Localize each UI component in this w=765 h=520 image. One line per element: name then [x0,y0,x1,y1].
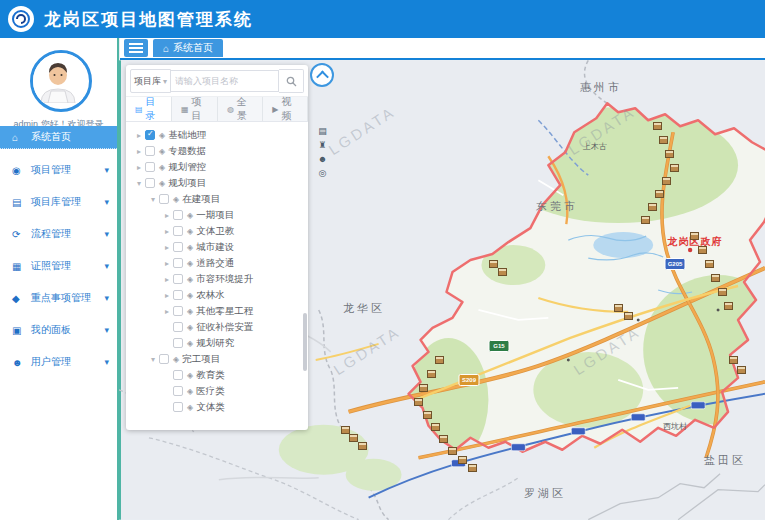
tree-node[interactable]: ◈文体类 [126,399,308,415]
tree-expand-icon[interactable]: ▸ [134,163,144,172]
tree-checkbox[interactable] [145,178,155,188]
photo-marker[interactable] [423,411,432,419]
tree-node[interactable]: ▸◈基础地理 [126,127,308,143]
photo-marker[interactable] [427,370,436,378]
sidebar-item-project-lib[interactable]: ▤项目库管理▾ [0,191,117,213]
tree-checkbox[interactable] [173,242,183,252]
photo-marker[interactable] [641,216,650,224]
tree-expand-icon[interactable]: ▸ [162,227,172,236]
tree-expand-icon[interactable]: ▾ [148,195,158,204]
photo-marker[interactable] [670,164,679,172]
tree-node[interactable]: ▸◈文体卫教 [126,223,308,239]
panel-collapse-button[interactable] [310,63,334,87]
tree-checkbox[interactable] [173,338,183,348]
photo-marker[interactable] [705,260,714,268]
photo-marker[interactable] [468,464,477,472]
photo-marker[interactable] [414,398,423,406]
photo-marker[interactable] [729,356,738,364]
tree-node[interactable]: ▸◈城市建设 [126,239,308,255]
tree-expand-icon[interactable]: ▸ [162,291,172,300]
tree-node[interactable]: ▾◈规划项目 [126,175,308,191]
photo-marker[interactable] [358,442,367,450]
tree-checkbox[interactable] [145,130,155,140]
photo-marker[interactable] [624,312,633,320]
search-input[interactable] [171,70,279,92]
basemap-icon[interactable]: ▤ [317,126,328,137]
tree-checkbox[interactable] [173,290,183,300]
panel-tab-video[interactable]: ▶视频 [263,97,308,121]
tree-expand-icon[interactable]: ▸ [134,131,144,140]
photo-marker[interactable] [341,426,350,434]
tree-expand-icon[interactable]: ▸ [162,307,172,316]
tree-scrollbar[interactable] [303,313,307,371]
tree-expand-icon[interactable]: ▸ [134,147,144,156]
sidebar-item-system-home[interactable]: ⌂系统首页 [0,126,117,149]
tab-system-home[interactable]: ⌂ 系统首页 [153,39,223,57]
photo-marker[interactable] [711,274,720,282]
sidebar-item-user[interactable]: ☻用户管理▾ [0,351,117,373]
photo-marker[interactable] [662,177,671,185]
info-icon[interactable]: ◎ [317,168,328,179]
tree-checkbox[interactable] [173,306,183,316]
tree-node[interactable]: ▸◈规划管控 [126,159,308,175]
tree-checkbox[interactable] [173,322,183,332]
tree-expand-icon[interactable]: ▸ [162,211,172,220]
photo-marker[interactable] [648,203,657,211]
photo-marker[interactable] [653,122,662,130]
tree-checkbox[interactable] [173,386,183,396]
tree-node[interactable]: ▸◈其他零星工程 [126,303,308,319]
hamburger-menu-icon[interactable] [124,39,148,57]
tree-expand-icon[interactable]: ▸ [162,275,172,284]
tree-node[interactable]: ◈征收补偿安置 [126,319,308,335]
people-icon[interactable]: ☻ [317,154,328,165]
photo-marker[interactable] [439,435,448,443]
photo-marker[interactable] [498,268,507,276]
photo-marker[interactable] [659,136,668,144]
tree-node[interactable]: ◈教育类 [126,367,308,383]
tree-checkbox[interactable] [159,194,169,204]
tree-node[interactable]: ◈医疗类 [126,383,308,399]
building-icon[interactable]: ♜ [317,140,328,151]
tree-checkbox[interactable] [173,210,183,220]
panel-tab-panorama[interactable]: ◍全景 [218,97,263,121]
tree-expand-icon[interactable]: ▸ [162,243,172,252]
photo-marker[interactable] [737,366,746,374]
photo-marker[interactable] [690,232,699,240]
photo-marker[interactable] [448,447,457,455]
panel-tab-project[interactable]: ▦项目 [172,97,218,121]
photo-marker[interactable] [724,302,733,310]
photo-marker[interactable] [431,423,440,431]
tree-node[interactable]: ◈规划研究 [126,335,308,351]
avatar[interactable] [30,50,92,112]
tree-expand-icon[interactable]: ▸ [162,259,172,268]
photo-marker[interactable] [698,246,707,254]
tree-checkbox[interactable] [159,354,169,364]
search-category-select[interactable]: 项目库 ▾ [130,69,171,93]
photo-marker[interactable] [614,304,623,312]
sidebar-item-my-panel[interactable]: ▣我的面板▾ [0,319,117,341]
tree-node[interactable]: ▾◈在建项目 [126,191,308,207]
sidebar-item-certificate[interactable]: ▦证照管理▾ [0,255,117,277]
photo-marker[interactable] [435,356,444,364]
sidebar-item-process[interactable]: ⟳流程管理▾ [0,223,117,245]
sidebar-item-project[interactable]: ◉项目管理▾ [0,159,117,181]
tree-checkbox[interactable] [173,274,183,284]
tree-node[interactable]: ▸◈道路交通 [126,255,308,271]
tree-checkbox[interactable] [173,226,183,236]
tree-node[interactable]: ▸◈一期项目 [126,207,308,223]
panel-tab-catalog[interactable]: ▤目录 [126,97,172,121]
tree-node[interactable]: ▸◈农林水 [126,287,308,303]
tree-checkbox[interactable] [145,146,155,156]
sidebar-item-key-matters[interactable]: ◆重点事项管理▾ [0,287,117,309]
photo-marker[interactable] [349,434,358,442]
photo-marker[interactable] [419,384,428,392]
photo-marker[interactable] [655,190,664,198]
tree-checkbox[interactable] [173,370,183,380]
photo-marker[interactable] [718,288,727,296]
tree-checkbox[interactable] [173,402,183,412]
tree-node[interactable]: ▾◈完工项目 [126,351,308,367]
search-button[interactable] [279,69,304,93]
photo-marker[interactable] [489,260,498,268]
photo-marker[interactable] [665,150,674,158]
tree-node[interactable]: ▸◈专题数据 [126,143,308,159]
